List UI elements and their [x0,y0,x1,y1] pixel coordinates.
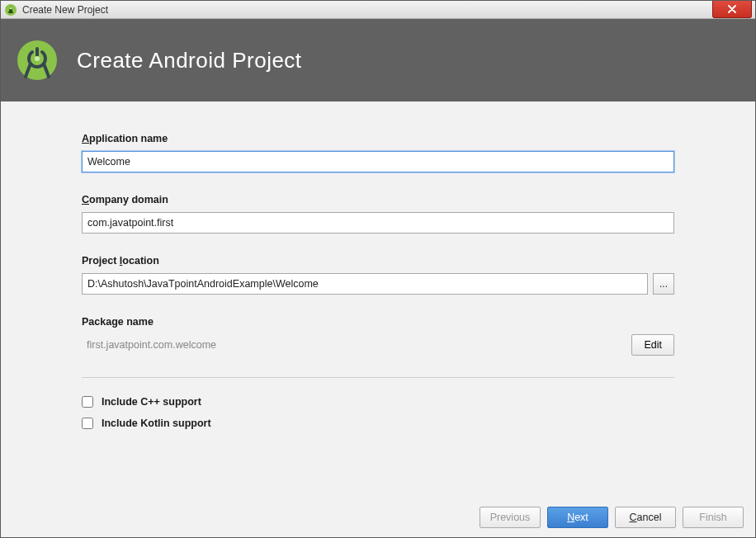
field-company-domain: Company domain [82,194,674,234]
label-company-domain: Company domain [82,194,674,205]
window-controls [712,1,755,18]
android-studio-logo-icon [16,39,59,82]
include-cpp-label: Include C++ support [102,396,201,408]
svg-point-3 [35,56,40,61]
label-project-location: Project location [82,255,674,267]
field-package-name: Package name first.javatpoint.com.welcom… [82,316,674,356]
separator [82,377,674,378]
footer-bar: Previous Next Cancel Finish [1,498,755,537]
include-kotlin-checkbox[interactable] [82,418,93,429]
field-application-name: Application name [82,133,674,172]
form-area: Application name Company domain Project … [1,101,755,498]
window-title: Create New Project [22,4,755,16]
header-banner: Create Android Project [1,19,755,101]
next-button[interactable]: Next [547,507,608,528]
finish-button[interactable]: Finish [683,507,744,528]
previous-button[interactable]: Previous [480,507,541,528]
dialog-window: Create New Project Create Android Projec… [0,0,756,538]
application-name-input[interactable] [82,151,674,172]
label-package-name: Package name [82,316,674,328]
title-bar: Create New Project [1,1,755,19]
project-location-input[interactable] [82,273,648,295]
cancel-button[interactable]: Cancel [615,507,676,528]
label-application-name: Application name [82,133,674,144]
include-cpp-checkbox-row[interactable]: Include C++ support [82,396,674,408]
page-title: Create Android Project [77,48,302,73]
close-button[interactable] [712,1,752,18]
browse-location-button[interactable]: ... [653,273,674,295]
svg-point-1 [10,7,12,8]
include-kotlin-checkbox-row[interactable]: Include Kotlin support [82,418,674,429]
company-domain-input[interactable] [82,212,674,234]
edit-package-button[interactable]: Edit [631,334,674,356]
android-studio-icon [4,3,17,17]
field-project-location: Project location ... [82,255,674,295]
package-name-text: first.javatpoint.com.welcome [82,339,631,351]
include-cpp-checkbox[interactable] [82,396,93,408]
include-kotlin-label: Include Kotlin support [102,418,211,429]
